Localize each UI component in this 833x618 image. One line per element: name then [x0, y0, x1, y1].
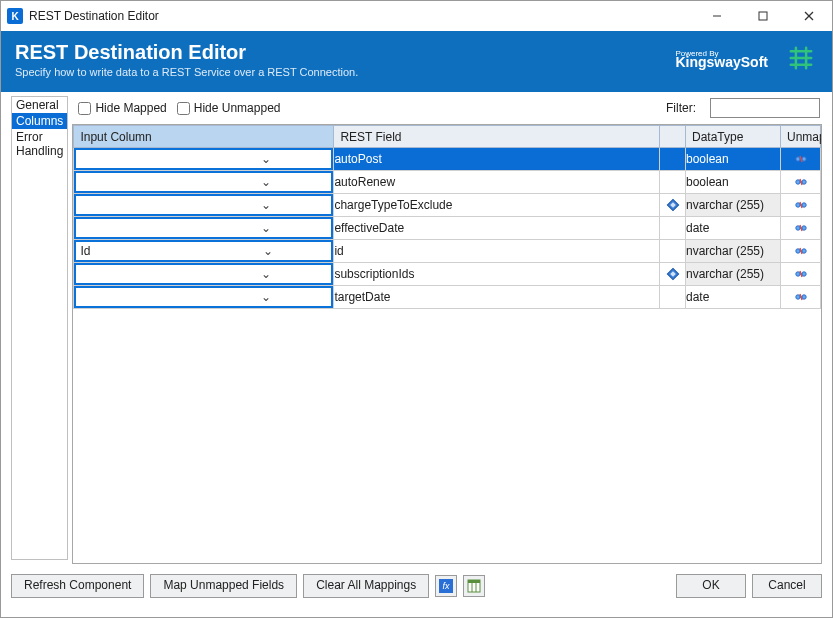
chevron-down-icon: ⌄ [200, 152, 332, 166]
table-row[interactable]: Id⌄idnvarchar (255) [74, 240, 821, 263]
unmap-icon [793, 151, 809, 167]
clear-all-button[interactable]: Clear All Mappings [303, 574, 429, 598]
refresh-button[interactable]: Refresh Component [11, 574, 144, 598]
columns-toolbar: Hide Mapped Hide Unmapped Filter: [72, 96, 822, 124]
unmap-button[interactable] [781, 240, 821, 263]
unmap-button[interactable] [781, 286, 821, 309]
fx-button[interactable]: fx [435, 575, 457, 597]
input-column-dropdown[interactable]: ⌄ [74, 286, 333, 308]
hide-mapped-input[interactable] [78, 102, 91, 115]
maximize-button[interactable] [740, 1, 786, 31]
input-column-dropdown[interactable]: ⌄ [74, 148, 333, 170]
page-title: REST Destination Editor [15, 41, 675, 64]
svg-rect-1 [759, 12, 767, 20]
sidebar: GeneralColumnsError Handling [11, 96, 68, 560]
mapping-grid: Input Column REST Field DataType Unmap ⌄… [72, 124, 822, 564]
svg-rect-8 [468, 580, 480, 583]
hide-unmapped-label: Hide Unmapped [194, 101, 281, 115]
footer: Refresh Component Map Unmapped Fields Cl… [1, 564, 832, 608]
window-title: REST Destination Editor [29, 9, 159, 23]
unmap-button[interactable] [781, 171, 821, 194]
data-type-cell: nvarchar (255) [686, 263, 781, 286]
table-row[interactable]: ⌄effectiveDatedate [74, 217, 821, 240]
kingswaysoft-logo: Powered By KingswaySoft [675, 49, 768, 70]
table-row[interactable]: ⌄subscriptionIdsnvarchar (255) [74, 263, 821, 286]
unmap-icon [793, 174, 809, 190]
hide-unmapped-checkbox[interactable]: Hide Unmapped [177, 101, 281, 115]
page-header: REST Destination Editor Specify how to w… [1, 31, 832, 92]
product-logo [784, 41, 818, 78]
data-type-cell: boolean [686, 148, 781, 171]
data-type-cell: boolean [686, 171, 781, 194]
columns-icon-button[interactable] [463, 575, 485, 597]
collection-icon-cell [660, 148, 686, 171]
unmap-button[interactable] [781, 263, 821, 286]
sidebar-item-general[interactable]: General [12, 97, 67, 113]
ok-button[interactable]: OK [676, 574, 746, 598]
svg-text:fx: fx [443, 581, 451, 591]
data-type-cell: date [686, 286, 781, 309]
rest-field-cell: autoPost [334, 148, 660, 171]
collection-icon-cell [660, 217, 686, 240]
data-type-cell: nvarchar (255) [686, 194, 781, 217]
unmap-icon [793, 289, 809, 305]
input-column-dropdown[interactable]: Id⌄ [74, 240, 333, 262]
col-header-icon [660, 126, 686, 148]
chevron-down-icon: ⌄ [200, 267, 332, 281]
data-type-cell: date [686, 217, 781, 240]
page-subtitle: Specify how to write data to a REST Serv… [15, 66, 675, 78]
chevron-down-icon: ⌄ [200, 290, 332, 304]
col-header-input[interactable]: Input Column [74, 126, 334, 148]
collection-icon [665, 197, 681, 213]
col-header-type[interactable]: DataType [686, 126, 781, 148]
input-column-dropdown[interactable]: ⌄ [74, 194, 333, 216]
app-icon: K [7, 8, 23, 24]
table-row[interactable]: ⌄autoRenewboolean [74, 171, 821, 194]
filter-label: Filter: [666, 101, 696, 115]
hide-mapped-checkbox[interactable]: Hide Mapped [78, 101, 166, 115]
unmap-button[interactable] [781, 194, 821, 217]
input-column-dropdown[interactable]: ⌄ [74, 263, 333, 285]
table-row[interactable]: ⌄targetDatedate [74, 286, 821, 309]
unmap-button[interactable] [781, 148, 821, 171]
hide-mapped-label: Hide Mapped [95, 101, 166, 115]
collection-icon-cell [660, 286, 686, 309]
unmap-button[interactable] [781, 217, 821, 240]
data-type-cell: nvarchar (255) [686, 240, 781, 263]
collection-icon-cell[interactable] [660, 263, 686, 286]
unmap-icon [793, 266, 809, 282]
minimize-button[interactable] [694, 1, 740, 31]
grid-header-row: Input Column REST Field DataType Unmap [74, 126, 821, 148]
rest-field-cell: targetDate [334, 286, 660, 309]
unmap-icon [793, 243, 809, 259]
input-column-value: Id [76, 244, 205, 258]
rest-field-cell: autoRenew [334, 171, 660, 194]
col-header-rest[interactable]: REST Field [334, 126, 660, 148]
table-row[interactable]: ⌄autoPostboolean [74, 148, 821, 171]
collection-icon-cell [660, 240, 686, 263]
chevron-down-icon: ⌄ [200, 198, 332, 212]
collection-icon-cell[interactable] [660, 194, 686, 217]
sidebar-item-error-handling[interactable]: Error Handling [12, 129, 67, 159]
cancel-button[interactable]: Cancel [752, 574, 822, 598]
filter-input[interactable] [710, 98, 820, 118]
close-button[interactable] [786, 1, 832, 31]
input-column-dropdown[interactable]: ⌄ [74, 171, 333, 193]
table-row[interactable]: ⌄chargeTypeToExcludenvarchar (255) [74, 194, 821, 217]
rest-field-cell: chargeTypeToExclude [334, 194, 660, 217]
collection-icon [665, 266, 681, 282]
unmap-icon [793, 220, 809, 236]
title-bar: K REST Destination Editor [1, 1, 832, 31]
map-unmapped-button[interactable]: Map Unmapped Fields [150, 574, 297, 598]
col-header-unmap[interactable]: Unmap [781, 126, 821, 148]
chevron-down-icon: ⌄ [205, 244, 332, 258]
collection-icon-cell [660, 171, 686, 194]
input-column-dropdown[interactable]: ⌄ [74, 217, 333, 239]
rest-field-cell: id [334, 240, 660, 263]
rest-field-cell: effectiveDate [334, 217, 660, 240]
unmap-icon [793, 197, 809, 213]
rest-field-cell: subscriptionIds [334, 263, 660, 286]
hide-unmapped-input[interactable] [177, 102, 190, 115]
chevron-down-icon: ⌄ [200, 175, 332, 189]
sidebar-item-columns[interactable]: Columns [12, 113, 67, 129]
